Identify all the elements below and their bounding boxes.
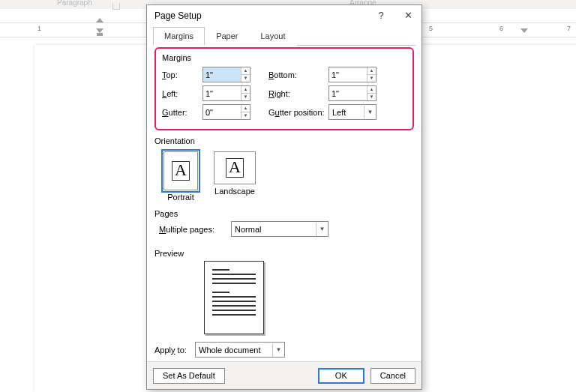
multiple-pages-label: Multiple pages:: [159, 225, 231, 234]
landscape-label: Landscape: [214, 187, 255, 196]
margin-top-input[interactable]: [203, 67, 241, 82]
chevron-down-icon: ▼: [364, 106, 376, 119]
first-line-indent-marker[interactable]: [96, 18, 104, 22]
tab-layout[interactable]: Layout: [249, 27, 296, 46]
margins-highlight-box: Margins Top: ▲▼ Bottom: ▲▼ Left:: [154, 47, 414, 130]
spin-down-icon[interactable]: ▼: [368, 94, 376, 100]
ok-button[interactable]: OK: [318, 368, 364, 384]
preview-thumbnail: [204, 261, 264, 334]
gutter-position-select[interactable]: Left ▼: [328, 104, 376, 120]
spin-up-icon[interactable]: ▲: [368, 67, 376, 75]
close-button[interactable]: ✕: [394, 5, 422, 26]
spin-up-icon[interactable]: ▲: [242, 86, 250, 94]
portrait-label: Portrait: [167, 193, 194, 202]
margin-right-input[interactable]: [329, 86, 367, 100]
chevron-down-icon: ▼: [316, 223, 328, 236]
margin-bottom-spinner[interactable]: ▲▼: [328, 67, 376, 82]
spin-down-icon[interactable]: ▼: [368, 75, 376, 82]
margin-bottom-input[interactable]: [329, 67, 367, 82]
spin-up-icon[interactable]: ▲: [242, 67, 250, 75]
spin-down-icon[interactable]: ▼: [242, 112, 250, 119]
gutter-input[interactable]: [203, 105, 241, 119]
orientation-group-label: Orientation: [154, 136, 414, 145]
margin-right-label: Right:: [268, 89, 328, 98]
spin-up-icon[interactable]: ▲: [242, 105, 250, 112]
spin-up-icon[interactable]: ▲: [368, 86, 376, 94]
help-button[interactable]: ?: [368, 5, 394, 26]
ribbon-group-notch: [112, 3, 120, 10]
apply-to-value: Whole document: [196, 346, 272, 355]
preview-group-label: Preview: [154, 249, 414, 258]
gutter-position-value: Left: [329, 108, 364, 117]
margin-right-spinner[interactable]: ▲▼: [328, 85, 376, 101]
ruler-tick: 5: [429, 25, 433, 32]
margin-top-label: Top:: [162, 70, 202, 79]
gutter-spinner[interactable]: ▲▼: [202, 104, 250, 120]
dialog-tabs: Margins Paper Layout: [153, 26, 416, 46]
ruler-tick: 6: [500, 25, 503, 32]
apply-to-label: Apply to:: [154, 346, 195, 355]
set-as-default-button[interactable]: Set As Default: [153, 368, 225, 384]
ribbon-paragraph-label: Paragraph: [57, 0, 92, 7]
tab-margins[interactable]: Margins: [153, 27, 205, 46]
apply-to-select[interactable]: Whole document ▼: [195, 342, 285, 358]
multiple-pages-select[interactable]: Normal ▼: [231, 221, 328, 237]
dialog-title: Page Setup: [154, 10, 202, 21]
ruler-tick: 1: [38, 25, 41, 32]
multiple-pages-value: Normal: [232, 225, 316, 234]
chevron-down-icon: ▼: [272, 343, 284, 357]
margins-group-label: Margins: [162, 53, 406, 62]
right-indent-marker[interactable]: [520, 28, 528, 33]
gutter-position-label: Gutter position:: [268, 108, 328, 117]
margin-bottom-label: Bottom:: [268, 70, 328, 79]
margin-top-spinner[interactable]: ▲▼: [202, 67, 250, 82]
hanging-indent-marker[interactable]: [96, 28, 104, 36]
ruler-tick: 7: [567, 25, 571, 32]
margin-left-label: Left:: [162, 89, 202, 98]
margin-left-input[interactable]: [203, 86, 241, 100]
spin-down-icon[interactable]: ▼: [242, 94, 250, 100]
pages-group-label: Pages: [154, 209, 414, 218]
spin-down-icon[interactable]: ▼: [242, 75, 250, 82]
portrait-glyph-icon: A: [172, 161, 190, 181]
orientation-landscape[interactable]: A Landscape: [213, 151, 256, 202]
cancel-button[interactable]: Cancel: [370, 368, 416, 384]
margin-left-spinner[interactable]: ▲▼: [202, 85, 250, 101]
orientation-portrait[interactable]: A Portrait: [159, 151, 202, 202]
tab-paper[interactable]: Paper: [205, 27, 249, 46]
page-setup-dialog: Page Setup ? ✕ Margins Paper Layout Marg…: [146, 4, 422, 390]
gutter-label: Gutter:: [162, 108, 202, 117]
landscape-glyph-icon: A: [226, 158, 244, 178]
